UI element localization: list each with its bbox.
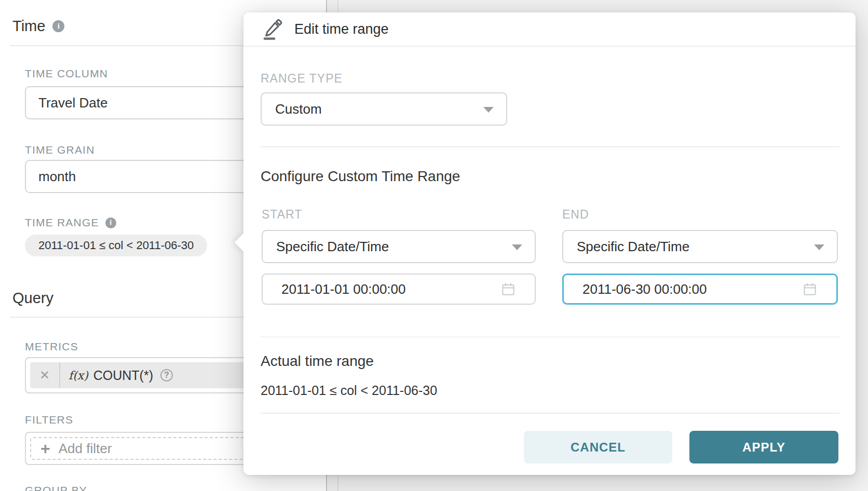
time-section-title: Time [12,18,45,35]
screen: Time i TIME COLUMN Travel Date TIME GRAI… [0,0,868,491]
time-range-pill-value: 2011-01-01 ≤ col < 2011-06-30 [38,239,194,252]
chevron-down-icon [814,244,824,250]
start-datetime-value: 2011-01-01 00:00:00 [281,281,406,297]
chip-separator [59,362,60,388]
popover-header: Edit time range [243,12,856,47]
range-type-label: RANGE TYPE [261,72,343,86]
range-type-select[interactable]: Custom [261,92,507,126]
end-mode-value: Specific Date/Time [577,239,689,255]
add-filter-label: Add filter [59,441,112,457]
end-label: END [562,208,589,222]
start-datetime-input[interactable]: 2011-01-01 00:00:00 [262,274,536,305]
metrics-label: METRICS [25,340,78,353]
close-icon[interactable]: ✕ [30,368,59,383]
time-column-value: Travel Date [38,95,107,111]
actual-time-range-heading: Actual time range [261,353,374,370]
time-range-label: TIME RANGE [25,216,99,229]
time-range-pill[interactable]: 2011-01-01 ≤ col < 2011-06-30 [25,235,207,256]
configure-heading: Configure Custom Time Range [261,168,460,185]
filters-label: FILTERS [25,414,73,426]
metric-name: COUNT(*) [93,368,153,383]
time-column-label: TIME COLUMN [25,67,108,80]
end-datetime-input[interactable]: 2011-06-30 00:00:00 [562,274,838,305]
modal-divider [261,336,839,337]
end-mode-select[interactable]: Specific Date/Time [562,230,838,263]
query-section-title: Query [12,290,53,307]
modal-divider [261,146,839,147]
plus-icon: + [40,440,50,457]
time-grain-value: month [38,169,76,185]
range-type-value: Custom [275,101,322,117]
group-by-label: GROUP BY [25,484,87,491]
calendar-icon[interactable] [802,281,818,297]
edit-time-range-popover: Edit time range RANGE TYPE Custom Config… [243,12,856,475]
footer-divider [261,413,839,414]
end-datetime-value: 2011-06-30 00:00:00 [582,281,707,297]
edit-pencil-icon [262,18,284,40]
popover-title: Edit time range [294,21,389,37]
start-mode-select[interactable]: Specific Date/Time [262,230,536,263]
info-icon[interactable]: i [105,217,116,228]
calendar-icon[interactable] [500,281,516,297]
time-range-label-row: TIME RANGE i [25,216,116,229]
chevron-down-icon [512,244,522,250]
query-section-heading: Query [12,290,53,307]
info-icon[interactable]: i [52,20,64,32]
function-icon: f(x) [69,369,88,382]
cancel-button[interactable]: CANCEL [524,431,672,463]
start-label: START [262,208,302,222]
apply-button[interactable]: APPLY [689,431,838,463]
actual-time-range-value: 2011-01-01 ≤ col < 2011-06-30 [261,383,437,398]
help-icon[interactable]: ? [160,369,173,381]
start-mode-value: Specific Date/Time [276,239,389,255]
time-grain-label: TIME GRAIN [25,144,95,156]
chevron-down-icon [483,107,494,113]
time-section-heading: Time i [12,18,64,35]
